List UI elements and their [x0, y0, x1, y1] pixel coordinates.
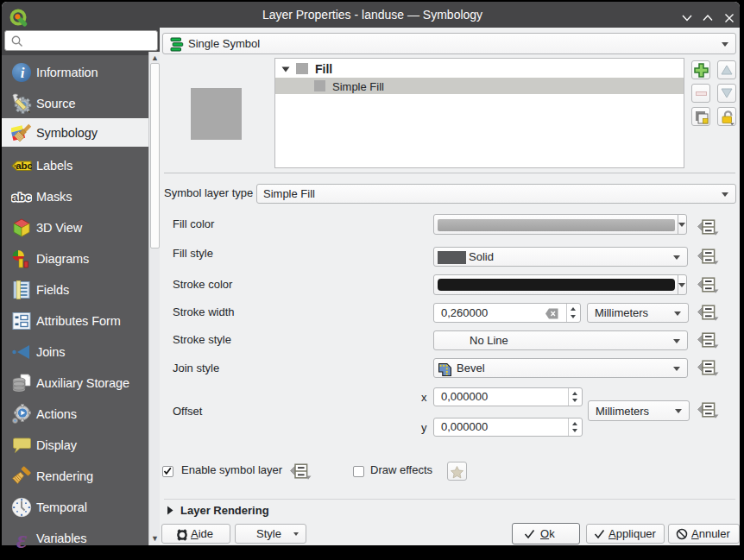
svg-text:ε: ε [16, 528, 28, 549]
svg-text:abc: abc [16, 160, 32, 171]
svg-text:abc: abc [12, 191, 32, 204]
svg-text:i: i [21, 65, 25, 81]
